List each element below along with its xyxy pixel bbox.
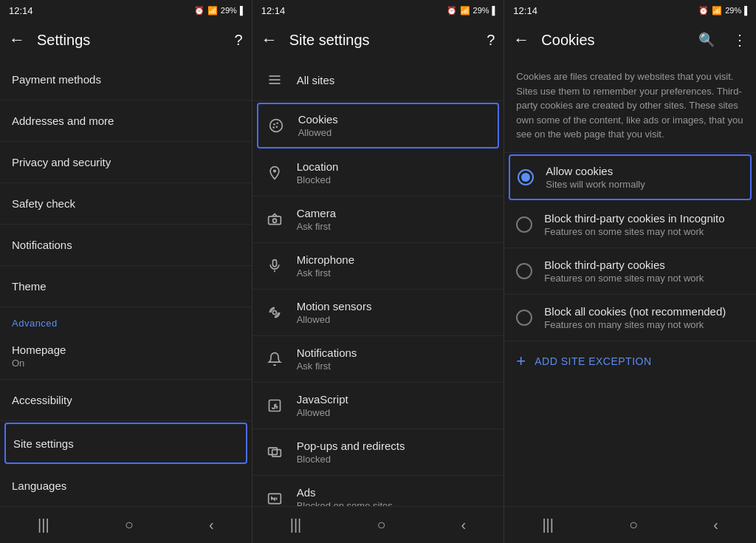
page-title-1: Settings [37, 32, 223, 49]
svg-rect-11 [272, 260, 276, 267]
cookies-content: Cookies are files created by websites th… [504, 59, 756, 506]
top-bar-1: ← Settings ? [0, 21, 252, 59]
nav-bar-1: ||| ○ ‹ [0, 506, 252, 543]
settings-item-homepage[interactable]: Homepage On [0, 333, 252, 380]
settings-list: Payment methods Addresses and more Priva… [0, 59, 252, 506]
motion-icon [264, 302, 285, 323]
svg-point-4 [273, 123, 275, 126]
site-item-camera[interactable]: Camera Ask first [252, 197, 504, 243]
signal-icon-2: 📶 [460, 6, 470, 16]
advanced-section-header: Advanced [0, 307, 252, 333]
mic-icon [264, 256, 285, 276]
status-bar-2: 12:14 ⏰ 📶 29%▐ [252, 0, 504, 21]
add-exception-button[interactable]: + ADD SITE EXCEPTION [504, 341, 756, 381]
site-item-javascript[interactable]: JavaScript Allowed [252, 383, 504, 429]
svg-point-5 [276, 122, 278, 124]
back-button-1[interactable]: ← [9, 30, 25, 49]
site-item-ads[interactable]: Ads Blocked on some sites [252, 476, 504, 506]
camera-icon [264, 209, 285, 230]
nav-menu-1[interactable]: ||| [23, 509, 64, 541]
nav-back-2[interactable]: ‹ [447, 509, 481, 541]
add-exception-label: ADD SITE EXCEPTION [535, 355, 651, 367]
alarm-icon-3: ⏰ [698, 6, 709, 16]
nav-home-3[interactable]: ○ [614, 509, 653, 541]
nav-home-2[interactable]: ○ [362, 509, 400, 541]
svg-point-13 [272, 311, 276, 315]
settings-item-payment[interactable]: Payment methods [0, 59, 252, 100]
settings-item-addresses[interactable]: Addresses and more [0, 100, 252, 142]
popup-icon [264, 442, 285, 462]
radio-block-incognito[interactable]: Block third-party cookies in Incognito F… [504, 202, 756, 248]
settings-item-notifications[interactable]: Notifications [0, 225, 252, 266]
svg-rect-1 [269, 79, 280, 81]
nav-menu-2[interactable]: ||| [275, 509, 317, 541]
help-icon-1[interactable]: ? [235, 32, 243, 49]
status-bar-3: 12:14 ⏰ 📶 29%▐ [504, 0, 756, 21]
site-item-location[interactable]: Location Blocked [252, 150, 504, 197]
cookie-description: Cookies are files created by websites th… [504, 59, 756, 153]
help-icon-2[interactable]: ? [487, 32, 495, 49]
nav-home-1[interactable]: ○ [110, 509, 148, 541]
plus-icon: + [516, 352, 526, 371]
radio-block-third-party[interactable]: Block third-party cookies Features on so… [504, 248, 756, 295]
cookie-icon [266, 115, 286, 136]
alarm-icon: ⏰ [194, 6, 205, 16]
battery-icon-3: 29%▐ [725, 6, 747, 15]
status-icons-3: ⏰ 📶 29%▐ [698, 6, 747, 16]
alarm-icon-2: ⏰ [447, 6, 457, 16]
settings-item-safety[interactable]: Safety check [0, 183, 252, 225]
js-icon [264, 395, 285, 416]
nav-menu-3[interactable]: ||| [527, 509, 568, 541]
search-icon-3[interactable]: 🔍 [698, 32, 715, 48]
settings-item-privacy[interactable]: Privacy and security [0, 142, 252, 183]
signal-icon-3: 📶 [712, 6, 722, 16]
ads-icon [264, 488, 285, 506]
back-button-2[interactable]: ← [261, 30, 278, 49]
time-1: 12:14 [9, 5, 33, 16]
site-settings-list: All sites Cookies Allowed Location Block… [252, 59, 504, 506]
status-icons-1: ⏰ 📶 29%▐ [194, 6, 243, 16]
settings-item-languages[interactable]: Languages [0, 465, 252, 506]
time-2: 12:14 [261, 5, 286, 16]
site-settings-panel: 12:14 ⏰ 📶 29%▐ ← Site settings ? All sit… [252, 0, 505, 543]
top-bar-3: ← Cookies 🔍 ⋮ [504, 21, 756, 59]
battery-icon-2: 29%▐ [473, 6, 495, 15]
radio-circle-third-party [516, 263, 532, 279]
settings-item-theme[interactable]: Theme [0, 266, 252, 307]
cookies-panel: 12:14 ⏰ 📶 29%▐ ← Cookies 🔍 ⋮ Cookies are… [504, 0, 756, 543]
svg-rect-9 [268, 216, 281, 225]
status-bar-1: 12:14 ⏰ 📶 29%▐ [0, 0, 252, 21]
bell-icon [264, 349, 285, 369]
site-item-microphone[interactable]: Microphone Ask first [252, 243, 504, 290]
location-icon [264, 163, 285, 183]
signal-icon: 📶 [207, 6, 218, 16]
top-bar-2: ← Site settings ? [252, 21, 504, 59]
svg-point-3 [269, 120, 282, 132]
svg-rect-0 [269, 75, 280, 77]
page-title-2: Site settings [289, 32, 475, 49]
site-item-popups[interactable]: Pop-ups and redirects Blocked [252, 429, 504, 476]
settings-item-site-settings[interactable]: Site settings [4, 423, 247, 464]
site-item-notifications[interactable]: Notifications Ask first [252, 336, 504, 383]
site-item-all-sites[interactable]: All sites [252, 59, 504, 101]
battery-icon: 29%▐ [221, 6, 243, 15]
site-item-motion[interactable]: Motion sensors Allowed [252, 290, 504, 336]
svg-point-8 [273, 169, 276, 172]
more-icon-3[interactable]: ⋮ [732, 31, 747, 49]
radio-allow-cookies[interactable]: Allow cookies Sites will work normally [509, 154, 752, 200]
nav-back-3[interactable]: ‹ [698, 509, 733, 541]
radio-block-all[interactable]: Block all cookies (not recommended) Feat… [504, 295, 756, 341]
svg-point-6 [275, 126, 278, 128]
radio-circle-all [516, 310, 532, 326]
radio-circle-allow [518, 169, 534, 185]
site-item-cookies[interactable]: Cookies Allowed [257, 103, 500, 148]
nav-bar-3: ||| ○ ‹ [504, 506, 756, 543]
settings-panel: 12:14 ⏰ 📶 29%▐ ← Settings ? Payment meth… [0, 0, 252, 543]
back-button-3[interactable]: ← [513, 30, 529, 49]
svg-rect-2 [269, 83, 280, 84]
svg-point-10 [272, 219, 276, 222]
list-icon [264, 69, 285, 90]
settings-item-accessibility[interactable]: Accessibility [0, 380, 252, 421]
nav-back-1[interactable]: ‹ [194, 509, 229, 541]
nav-bar-2: ||| ○ ‹ [252, 506, 504, 543]
